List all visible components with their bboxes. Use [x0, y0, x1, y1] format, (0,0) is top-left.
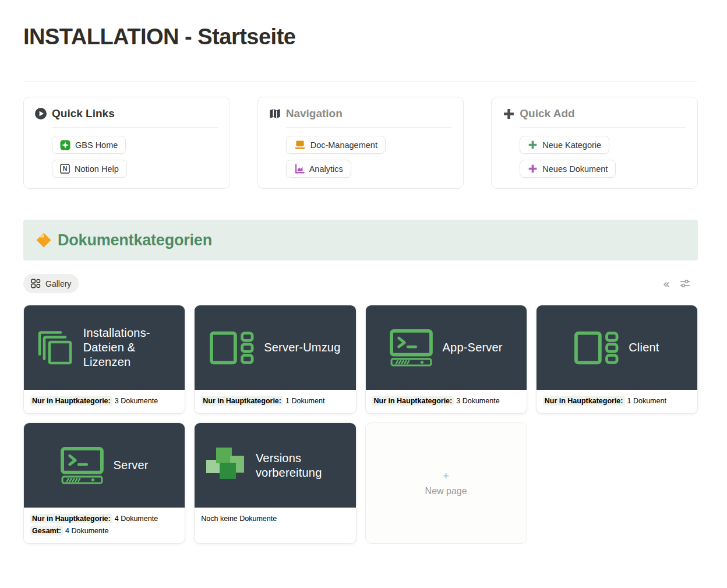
chevrons-left-icon[interactable]: «: [663, 278, 670, 290]
gallery-view-tab[interactable]: Gallery: [23, 274, 79, 293]
card-props: Nur in Hauptkategorie:3 Dokumente: [366, 390, 527, 413]
button-label: GBS Home: [75, 140, 118, 150]
button-label: Doc-Management: [310, 140, 377, 150]
card-cover: Client: [537, 305, 697, 390]
link-button-gbs-home[interactable]: GBS Home: [52, 136, 126, 154]
orange-diamond-icon: [36, 232, 52, 248]
card-property: Nur in Hauptkategorie:1 Dokument: [543, 396, 691, 406]
property-value: 4 Dokumente: [115, 515, 158, 523]
gallery-view-label: Gallery: [45, 279, 71, 288]
property-value: 1 Dokument: [627, 397, 666, 405]
new-page-label: New page: [425, 486, 467, 497]
view-settings-icon[interactable]: [679, 279, 691, 288]
card-cover: Server-Umzug: [195, 305, 355, 390]
link-button-neues-dokument[interactable]: Neues Dokument: [520, 160, 616, 178]
property-value: 1 Dokument: [285, 397, 324, 405]
gbs-sparkle-icon: [60, 140, 70, 150]
card-props: Nur in Hauptkategorie:4 Dokumente Gesamt…: [24, 508, 185, 543]
cards-grid: Installations-Dateien & Lizenzen Nur in …: [23, 305, 698, 544]
property-label: Nur in Hauptkategorie:: [30, 514, 112, 523]
button-label: Neues Dokument: [542, 164, 608, 174]
card-cover: Server: [24, 423, 185, 508]
card-title: Server-Umzug: [264, 340, 340, 355]
terminal-icon: [390, 329, 433, 367]
card-props: Noch keine Dokumente: [195, 508, 355, 543]
card-props: Nur in Hauptkategorie:1 Dokument: [195, 390, 355, 413]
callout-buttons: Doc-Management Analytics: [286, 136, 452, 178]
gallery-card-server[interactable]: Server Nur in Hauptkategorie:4 Dokumente…: [23, 422, 185, 544]
callout-navigation: Navigation Doc-Management Analytics: [257, 97, 464, 189]
card-property: Gesamt:4 Dokumente: [30, 526, 178, 536]
notion-logo-icon: N: [60, 164, 70, 174]
card-title: Client: [629, 340, 659, 355]
card-property: Nur in Hauptkategorie:1 Dokument: [201, 396, 349, 406]
card-props: Nur in Hauptkategorie:3 Dokumente: [24, 390, 185, 413]
gallery-grid-icon: [31, 279, 41, 288]
card-props: Nur in Hauptkategorie:1 Dokument: [537, 390, 697, 413]
gallery-card-client[interactable]: Client Nur in Hauptkategorie:1 Dokument: [536, 305, 698, 414]
plus-purple-icon: [528, 164, 538, 174]
callout-divider: [52, 127, 218, 128]
toolbar-right: «: [663, 278, 698, 290]
property-value: 3 Dokumente: [115, 397, 158, 405]
plus-icon: +: [443, 470, 449, 481]
callout-title: Quick Links: [52, 107, 115, 120]
card-title: Server: [114, 458, 149, 473]
analytics-chart-icon: [294, 164, 305, 174]
card-title: App-Server: [443, 340, 503, 355]
callout-divider: [286, 127, 452, 128]
card-cover: Installations-Dateien & Lizenzen: [24, 305, 185, 390]
link-button-neue-kategorie[interactable]: Neue Kategorie: [520, 136, 609, 154]
callout-buttons: Neue Kategorie Neues Dokument: [520, 136, 686, 178]
page-title: INSTALLATION - Startseite: [23, 24, 698, 50]
device-list-icon: [574, 331, 619, 365]
section-banner: Dokumentkategorien: [23, 220, 698, 260]
card-title: Versions vorbereitung: [256, 451, 344, 480]
gallery-toolbar: Gallery «: [23, 274, 698, 293]
property-label: Nur in Hauptkategorie:: [372, 396, 454, 406]
card-property: Nur in Hauptkategorie:3 Dokumente: [372, 396, 520, 406]
callout-head: Quick Add: [502, 107, 686, 120]
link-button-notion-help[interactable]: N Notion Help: [52, 160, 127, 178]
callout-row: Quick Links GBS Home N Notion Help Navig…: [23, 97, 698, 189]
property-label: Gesamt:: [30, 526, 63, 536]
gallery-card-versions-vorbereitung[interactable]: Versions vorbereitung Noch keine Dokumen…: [194, 422, 356, 544]
property-label: Nur in Hauptkategorie:: [30, 396, 112, 406]
property-label: Nur in Hauptkategorie:: [543, 396, 625, 406]
page-divider: [23, 82, 698, 82]
property-value: 4 Dokumente: [65, 527, 108, 535]
gallery-card-app-server[interactable]: App-Server Nur in Hauptkategorie:3 Dokum…: [365, 305, 527, 414]
link-button-doc-management[interactable]: Doc-Management: [286, 136, 386, 154]
callout-quick-add: Quick Add Neue Kategorie Neues Dokument: [491, 97, 698, 189]
card-empty-note: Noch keine Dokumente: [201, 513, 349, 524]
button-label: Notion Help: [75, 164, 119, 174]
card-property: Nur in Hauptkategorie:3 Dokumente: [30, 396, 178, 406]
page-root: INSTALLATION - Startseite Quick Links GB…: [23, 24, 698, 544]
callout-title: Navigation: [286, 107, 343, 120]
callout-divider: [520, 127, 686, 128]
plus-bold-icon: [502, 107, 515, 120]
stacked-squares-icon: [37, 330, 73, 366]
gallery-card-installations-dateien-lizenzen[interactable]: Installations-Dateien & Lizenzen Nur in …: [23, 305, 185, 414]
play-circle-icon: [34, 107, 47, 120]
callout-title: Quick Add: [520, 107, 574, 120]
pinwheel-squares-icon: [206, 446, 246, 485]
button-label: Analytics: [309, 164, 343, 174]
card-title: Installations-Dateien & Lizenzen: [83, 326, 172, 369]
callout-head: Navigation: [269, 107, 452, 120]
callout-quick-links: Quick Links GBS Home N Notion Help: [23, 97, 230, 189]
card-cover: Versions vorbereitung: [195, 423, 355, 508]
callout-head: Quick Links: [34, 107, 218, 120]
link-button-analytics[interactable]: Analytics: [286, 160, 351, 178]
gallery-card-server-umzug[interactable]: Server-Umzug Nur in Hauptkategorie:1 Dok…: [194, 305, 356, 414]
callout-buttons: GBS Home N Notion Help: [52, 136, 218, 178]
terminal-icon: [61, 447, 104, 484]
card-property: Nur in Hauptkategorie:4 Dokumente: [30, 513, 178, 524]
map-icon: [269, 107, 281, 120]
new-page-tile[interactable]: + New page: [365, 422, 527, 544]
laptop-icon: [294, 140, 306, 150]
plus-green-icon: [528, 140, 538, 150]
property-value: 3 Dokumente: [456, 397, 499, 405]
button-label: Neue Kategorie: [542, 140, 601, 150]
section-title: Dokumentkategorien: [58, 231, 212, 249]
